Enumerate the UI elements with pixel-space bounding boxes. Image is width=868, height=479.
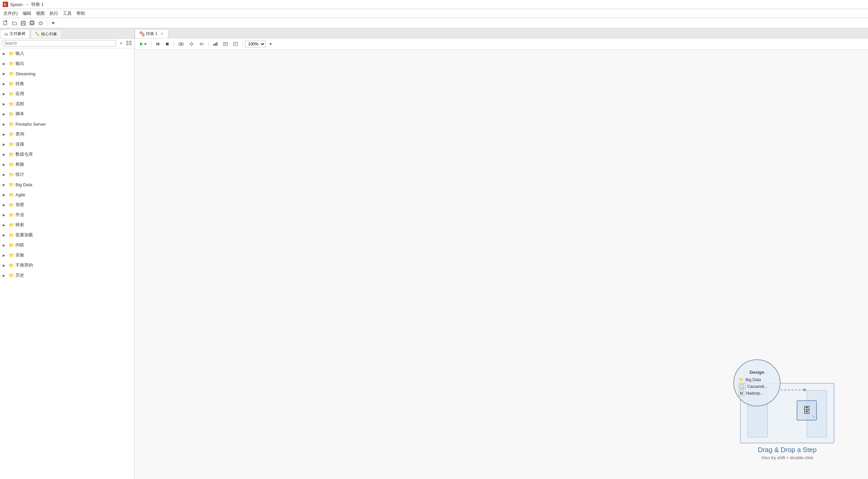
tree-arrow-experiment: ▶ — [3, 253, 7, 257]
tree-item-inline[interactable]: ▶ 📁 内联 — [0, 240, 134, 250]
tree-item-output[interactable]: ▶ 📁 输出 — [0, 59, 134, 69]
tree-item-deprecated[interactable]: ▶ 📁 不推荐的 — [0, 260, 134, 270]
tree-item-mapping[interactable]: ▶ 📁 映射 — [0, 220, 134, 230]
folder-icon-experiment: 📁 — [9, 253, 14, 258]
toolbar-save[interactable] — [20, 20, 27, 27]
tree-item-job[interactable]: ▶ 📁 作业 — [0, 210, 134, 220]
tree-label-warehouse: 数据仓库 — [16, 151, 33, 157]
tree-item-connect[interactable]: ▶ 📁 连接 — [0, 139, 134, 149]
panel-tabs: 🗂 主对象树 ✏️ 核心对象 — [0, 28, 134, 39]
folder-icon-agile: 📁 — [9, 192, 14, 197]
tree-label-flow: 流程 — [16, 101, 24, 107]
tree-label-experiment: 实验 — [16, 252, 24, 258]
tree-arrow-app: ▶ — [3, 92, 7, 96]
menu-run[interactable]: 执行 — [48, 10, 60, 17]
tab-core-objects[interactable]: ✏️ 核心对象 — [31, 29, 62, 38]
tab-close-btn[interactable]: ✕ — [160, 32, 163, 36]
tree-item-pentaho[interactable]: ▶ 📁 Pentaho Server — [0, 119, 134, 129]
tree-label-agile: Agile — [16, 192, 25, 197]
canvas-stop-btn[interactable] — [163, 40, 171, 48]
tree-arrow-history: ▶ — [3, 274, 7, 277]
search-clear-btn[interactable]: ✕ — [118, 40, 124, 47]
tree-item-input[interactable]: ▶ 📁 输入 — [0, 48, 134, 59]
tree-item-flow[interactable]: ▶ 📁 流程 — [0, 99, 134, 109]
tree-item-stats[interactable]: ▶ 📁 统计 — [0, 169, 134, 179]
right-panel: 转换 1 ✕ — [135, 28, 868, 479]
folder-icon-mapping: 📁 — [9, 223, 14, 228]
toolbar-dropdown[interactable] — [50, 20, 57, 27]
tree-arrow-streaming: ▶ — [3, 72, 7, 76]
svg-rect-29 — [158, 43, 159, 45]
toolbar — [0, 18, 868, 28]
dnd-circle-item-cassandra: 📋 Cassandr... — [739, 383, 775, 389]
toolbar-open[interactable] — [11, 20, 18, 27]
dnd-title: Drag & Drop a Step — [733, 446, 841, 454]
canvas-export-btn[interactable] — [231, 40, 240, 48]
folder-icon-app: 📁 — [9, 92, 14, 97]
canvas-preview-btn[interactable] — [176, 40, 186, 48]
core-objects-label: 核心对象 — [41, 31, 57, 37]
dnd-circle-title: Design — [739, 370, 775, 375]
canvas-log-btn[interactable] — [221, 40, 230, 48]
hadoop-icon: H — [739, 390, 744, 396]
dnd-db-arrow: ↘ — [812, 414, 815, 418]
search-list-btn[interactable] — [126, 40, 132, 47]
toolbar-save-all[interactable] — [28, 20, 36, 27]
tree-item-transform[interactable]: ▶ 📁 转换 — [0, 79, 134, 89]
tree-label-connect: 连接 — [16, 141, 24, 147]
tab-main-objects[interactable]: 🗂 主对象树 — [0, 29, 30, 38]
folder-icon-history: 📁 — [9, 273, 14, 278]
svg-rect-16 — [126, 41, 129, 42]
menu-edit[interactable]: 编辑 — [21, 10, 33, 17]
tree-item-warehouse[interactable]: ▶ 📁 数据仓库 — [0, 149, 134, 159]
canvas-debug-btn[interactable] — [187, 40, 196, 48]
tree-item-check[interactable]: ▶ 📁 检验 — [0, 159, 134, 169]
menu-help[interactable]: 帮助 — [74, 10, 87, 17]
menu-tools[interactable]: 工具 — [61, 10, 74, 17]
tree-label-inline: 内联 — [16, 242, 24, 248]
svg-rect-28 — [156, 43, 157, 45]
menu-file[interactable]: 文件(F) — [1, 10, 20, 17]
tree-item-experiment[interactable]: ▶ 📁 实验 — [0, 250, 134, 260]
tree-arrow-bigdata: ▶ — [3, 183, 7, 186]
title-bar: S Spoon － 转换 1 — [0, 0, 868, 9]
tree-arrow-warehouse: ▶ — [3, 152, 7, 156]
tree-item-script[interactable]: ▶ 📁 脚本 — [0, 109, 134, 119]
canvas-zoom-dropdown[interactable] — [267, 40, 274, 48]
right-tab-transform1[interactable]: 转换 1 ✕ — [135, 29, 168, 38]
canvas-area[interactable]: Design 📁 Big Data 📋 Cassandr... H Hadoop… — [135, 50, 868, 479]
search-input[interactable] — [2, 40, 116, 47]
folder-icon-input: 📁 — [9, 51, 14, 56]
canvas-sep1 — [151, 41, 151, 47]
tree-arrow-input: ▶ — [3, 52, 7, 56]
canvas-replay-btn[interactable] — [197, 40, 206, 48]
folder-icon-streaming: 📁 — [9, 71, 14, 76]
tree-label-encrypt: 加密 — [16, 202, 24, 208]
cassandra-icon: 📋 — [739, 383, 745, 389]
svg-rect-21 — [129, 44, 132, 45]
tree-label-transform: 转换 — [16, 81, 24, 87]
folder-icon-transform: 📁 — [9, 81, 14, 87]
menu-view[interactable]: 视图 — [34, 10, 47, 17]
tree-item-history[interactable]: ▶ 📁 历史 — [0, 270, 134, 280]
tree-item-query[interactable]: ▶ 📁 查询 — [0, 129, 134, 139]
canvas-run-btn[interactable] — [137, 40, 149, 48]
toolbar-extra[interactable] — [37, 20, 44, 27]
tree-label-input: 输入 — [16, 50, 24, 57]
svg-point-14 — [40, 24, 41, 24]
canvas-stats-btn[interactable] — [211, 40, 220, 48]
canvas-zoom-select[interactable]: 100% 75% 50% 125% 150% — [245, 41, 266, 47]
svg-point-32 — [180, 43, 182, 45]
tree-item-streaming[interactable]: ▶ 📁 Streaming — [0, 69, 134, 79]
tree-item-agile[interactable]: ▶ 📁 Agile — [0, 190, 134, 200]
tree-item-bulkload[interactable]: ▶ 📁 批量加载 — [0, 230, 134, 240]
svg-rect-42 — [234, 42, 238, 46]
canvas-pause-btn[interactable] — [154, 40, 162, 48]
folder-icon-inline: 📁 — [9, 243, 14, 248]
tree-item-bigdata[interactable]: ▶ 📁 Big Data — [0, 179, 134, 190]
tree-item-encrypt[interactable]: ▶ 📁 加密 — [0, 200, 134, 210]
folder-icon-check: 📁 — [9, 162, 14, 167]
tree-item-app[interactable]: ▶ 📁 应用 — [0, 89, 134, 99]
toolbar-new[interactable] — [2, 20, 9, 27]
cassandra-label: Cassandr... — [747, 384, 768, 389]
